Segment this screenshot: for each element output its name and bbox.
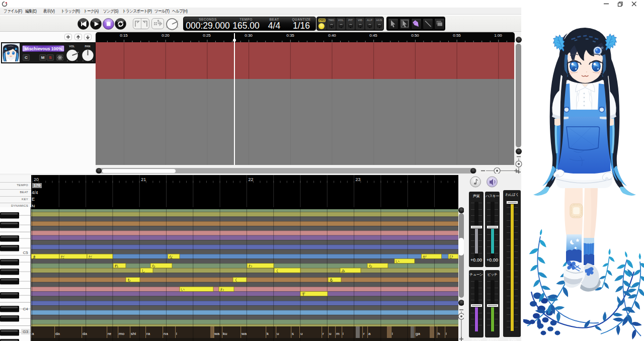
svg-text:i: i xyxy=(343,331,344,336)
svg-text:わ: わ xyxy=(249,264,253,268)
svg-text:も: も xyxy=(127,278,131,282)
svg-text:21: 21 xyxy=(141,177,146,182)
svg-text:da: da xyxy=(55,331,60,336)
svg-text:m: m xyxy=(336,331,340,336)
svg-text:r: r xyxy=(363,331,365,336)
svg-text:wa: wa xyxy=(241,331,247,336)
svg-text:22: 22 xyxy=(248,177,253,182)
svg-text:23: 23 xyxy=(356,177,361,182)
svg-text:h: h xyxy=(438,331,440,336)
svg-text:u: u xyxy=(329,331,331,336)
svg-text:が: が xyxy=(423,254,427,259)
svg-text:wa: wa xyxy=(214,331,220,336)
svg-text:だ: だ xyxy=(89,254,93,259)
svg-text:ひ: ひ xyxy=(450,254,454,259)
svg-text:し: し xyxy=(142,269,146,273)
svg-text:i: i xyxy=(176,331,177,336)
svg-text:だ: だ xyxy=(61,254,65,259)
svg-text:k: k xyxy=(267,331,269,336)
svg-text:わ: わ xyxy=(220,287,224,292)
svg-text:s: s xyxy=(292,331,294,336)
svg-text:ま: ま xyxy=(33,254,37,259)
svg-text:na: na xyxy=(164,331,168,336)
svg-text:shi: shi xyxy=(131,331,136,336)
svg-text:く: く xyxy=(234,278,238,282)
svg-text:da: da xyxy=(83,331,87,336)
svg-text:i: i xyxy=(392,331,393,336)
svg-text:u: u xyxy=(300,331,302,336)
svg-text:ra: ra xyxy=(146,331,150,336)
svg-text:u: u xyxy=(277,331,279,336)
svg-text:mo: mo xyxy=(119,331,125,336)
svg-text:ら: ら xyxy=(152,264,156,268)
svg-text:i: i xyxy=(446,331,447,336)
svg-text:ku: ku xyxy=(223,331,227,336)
svg-text:ら: ら xyxy=(369,264,373,268)
svg-text:a: a xyxy=(368,331,371,336)
svg-text:20: 20 xyxy=(34,177,39,182)
svg-text:く: く xyxy=(276,269,280,273)
svg-text:い: い xyxy=(396,259,400,264)
svg-text:す: す xyxy=(302,292,306,296)
svg-text:な: な xyxy=(169,254,173,259)
svg-text:み: み xyxy=(342,269,346,273)
svg-text:る: る xyxy=(330,278,334,282)
svg-text:re: re xyxy=(108,331,112,336)
svg-text:れ: れ xyxy=(115,264,119,268)
svg-text:r: r xyxy=(323,331,324,336)
svg-text:ga: ga xyxy=(416,331,420,336)
svg-text:い: い xyxy=(181,287,185,292)
